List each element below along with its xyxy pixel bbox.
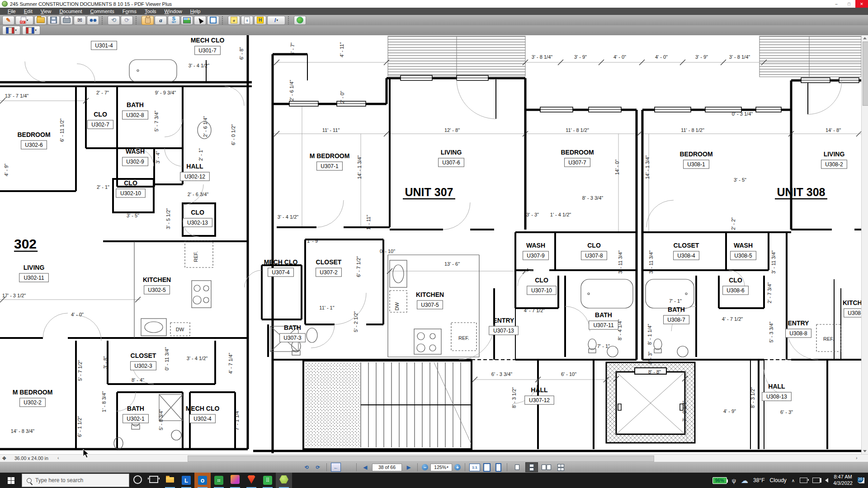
zoom-out-button[interactable]: – [422, 464, 428, 470]
image-tool-button[interactable] [181, 16, 193, 25]
menu-tools[interactable]: Tools [141, 9, 160, 14]
menu-view[interactable]: View [37, 9, 56, 14]
pen-tool-button[interactable]: /▾ [267, 16, 285, 25]
select-text-button[interactable]: a [155, 16, 167, 25]
room-id-label: U301-4 [95, 42, 113, 49]
undo-button[interactable]: ⟲ [108, 16, 120, 25]
single-page-view-button[interactable] [511, 463, 523, 472]
taskbar-app-app-color[interactable] [227, 473, 243, 488]
menu-edit[interactable]: Edit [20, 9, 37, 14]
dimension-label: 0' - 11 3/4" [164, 347, 170, 371]
next-view-button[interactable]: → [343, 463, 352, 471]
room-id-label: U302-11 [24, 275, 44, 281]
room-name-label: CLOSET [674, 242, 699, 249]
menu-comments[interactable]: Comments [86, 9, 118, 14]
select-arrow-button[interactable] [194, 16, 206, 25]
taskbar-app-app-green-2[interactable]: ⠿ [259, 473, 276, 488]
windows-logo-icon [8, 477, 14, 484]
previous-view-button[interactable]: ← [331, 463, 341, 472]
room-name-label: WASH [526, 242, 545, 249]
previous-page-button[interactable]: ◀ [361, 463, 370, 471]
two-page-view-button[interactable] [540, 463, 552, 472]
taskbar-app-outlook[interactable]: o [194, 473, 211, 488]
fit-width-button[interactable] [482, 463, 491, 471]
menu-bar: FileEditViewDocumentCommentsFormsToolsWi… [0, 8, 868, 15]
search-icon [27, 478, 32, 483]
menu-help[interactable]: Help [186, 9, 205, 14]
notification-icon[interactable]: 20 [858, 478, 864, 483]
taskbar-app-task-view[interactable] [146, 473, 162, 488]
taskbar-app-app-green-1[interactable]: ⠶ [211, 473, 227, 488]
set-tool-button[interactable]: S [168, 16, 180, 25]
hand-tool-button[interactable] [142, 16, 154, 25]
dimension-label: 2' - 7" [96, 90, 109, 95]
sticky-note-button[interactable]: a [228, 16, 240, 25]
stamp-tool-1[interactable]: ▾ [2, 26, 20, 35]
search-binoculars-button[interactable] [87, 16, 99, 25]
scroll-down-arrow[interactable] [863, 450, 867, 452]
export-pdf-icon: PDF▾ [21, 17, 28, 23]
room-id-label: U308-7 [667, 317, 685, 323]
edit-page-button[interactable]: ✎ [2, 16, 14, 25]
page-number-field[interactable]: 38 of 66 [372, 464, 402, 471]
battery-icon[interactable] [800, 478, 807, 483]
room-name-label: BATH [595, 311, 612, 319]
taskbar-app-app-l[interactable]: L [178, 473, 194, 488]
volume-icon[interactable] [825, 478, 828, 483]
start-button[interactable] [0, 473, 22, 488]
weather-cloud-icon: ☁ [741, 476, 748, 485]
highlight-button[interactable]: H [254, 16, 266, 25]
weather-temp[interactable]: 38°F [753, 477, 764, 483]
hscroll-right-arrow[interactable]: › [856, 455, 858, 460]
sign-tool-button[interactable] [294, 16, 306, 25]
hidden-icons-chevron[interactable]: ∧ [792, 478, 795, 483]
clock[interactable]: 8:47 AM 4/3/2022 [833, 474, 853, 487]
rotate-cw-icon[interactable]: ⟳ [313, 463, 322, 471]
open-folder-button[interactable] [34, 16, 47, 25]
battery-percent-badge[interactable]: 96% [712, 477, 727, 484]
pdf-page-canvas[interactable]: 13' - 7 1/4"2' - 7"9' - 9 3/4"3' - 4 1/2… [0, 35, 861, 454]
taskbar-app-cortana[interactable] [129, 473, 146, 488]
taskbar-app-brave[interactable] [243, 473, 259, 488]
taskbar-app-file-explorer[interactable] [162, 473, 178, 488]
dimension-label: 2' - 1" [97, 184, 109, 190]
save-button[interactable] [47, 16, 60, 25]
email-pdf-icon: ✉ [77, 17, 82, 23]
menu-window[interactable]: Window [160, 9, 186, 14]
maximize-button[interactable]: □ [843, 0, 855, 8]
hscroll-left-arrow[interactable]: ‹ [57, 455, 59, 460]
export-pdf-button[interactable]: PDF▾ [15, 16, 33, 25]
rotate-ccw-icon[interactable]: ⟲ [302, 463, 311, 471]
menu-forms[interactable]: Forms [118, 9, 141, 14]
room-name-label: HALL [531, 386, 548, 394]
scroll-up-arrow[interactable] [863, 37, 867, 39]
close-button[interactable]: ✕ [855, 0, 868, 8]
print-button[interactable] [61, 16, 73, 25]
redo-button[interactable]: ⟳ [121, 16, 133, 25]
zoom-level-field[interactable]: 125%▾ [430, 464, 452, 471]
email-pdf-button[interactable]: ✉ [74, 16, 86, 25]
zoom-in-button[interactable]: + [454, 464, 461, 470]
continuous-view-button[interactable] [525, 462, 538, 472]
room-name-label: BEDROOM [17, 131, 50, 138]
minimize-button[interactable]: – [830, 0, 843, 8]
dimension-label: 4' - 0" [655, 54, 668, 60]
actual-size-button[interactable]: 1:1 [469, 464, 480, 471]
horizontal-scroll-thumb[interactable] [188, 455, 654, 462]
stamp-tool-2[interactable]: ▾ [22, 26, 40, 35]
crop-tool-button[interactable] [207, 16, 219, 25]
taskbar-app-pdf-viewer[interactable] [276, 473, 292, 488]
vertical-scroll-thumb[interactable] [863, 42, 868, 106]
dimension-label: 6' - 10" [561, 371, 576, 377]
text-note-button[interactable]: t [241, 16, 253, 25]
weather-condition[interactable]: Cloudy [769, 477, 786, 483]
tile-pages-view-button[interactable] [554, 463, 566, 472]
taskbar-search-input[interactable]: Type here to search [22, 474, 129, 487]
next-page-button[interactable]: ▶ [404, 463, 413, 471]
network-icon[interactable] [812, 478, 820, 483]
vertical-scrollbar[interactable] [861, 35, 868, 454]
room-name-label: ENTRY [788, 319, 810, 327]
menu-document[interactable]: Document [55, 9, 86, 14]
fit-page-button[interactable] [494, 463, 503, 471]
menu-file[interactable]: File [4, 9, 20, 14]
